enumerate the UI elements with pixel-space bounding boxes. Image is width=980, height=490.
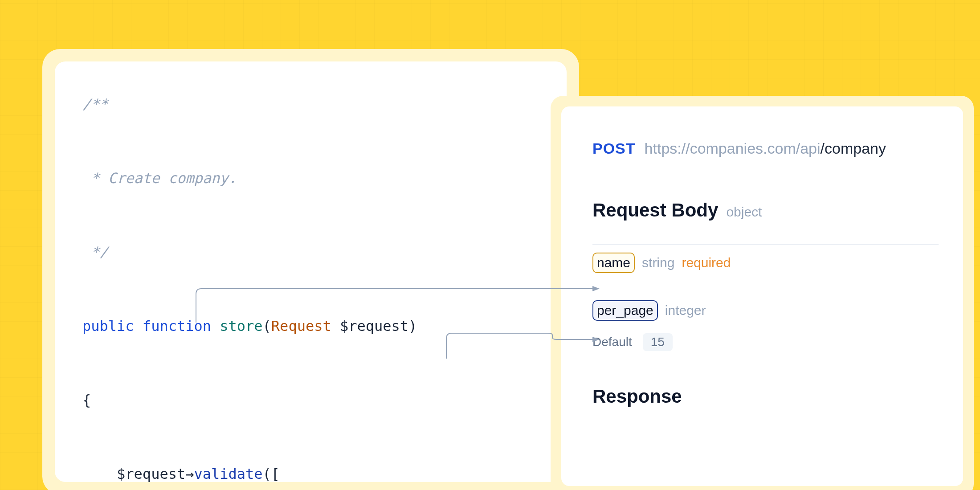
docs-card: POST https://companies.com/api/company R… <box>561 106 963 486</box>
doc-line: * Create company. <box>82 170 237 187</box>
code-card-container: /** * Create company. */ public function… <box>42 49 579 490</box>
default-label: Default <box>592 335 632 349</box>
var-request-1: $request <box>117 466 185 482</box>
method-validate: validate <box>194 466 262 482</box>
url-base: https://companies.com/api <box>645 140 821 157</box>
request-body-heading: Request Body object <box>592 200 939 221</box>
default-value-badge: 15 <box>643 333 673 351</box>
bracket-open: ([ <box>263 466 280 482</box>
brace-open: { <box>82 392 91 408</box>
kw-public: public <box>82 318 134 335</box>
request-body-title: Request Body <box>592 200 718 221</box>
http-method-badge: POST <box>592 140 636 157</box>
default-row: Default 15 <box>592 333 939 351</box>
param-type: Request <box>271 318 331 335</box>
code-block: /** * Create company. */ public function… <box>82 86 539 482</box>
url-path: /company <box>821 140 886 157</box>
param-name-type: string <box>642 255 674 270</box>
response-heading: Response <box>592 386 939 407</box>
param-request: $request <box>340 318 408 335</box>
fn-store: store <box>220 318 262 335</box>
arrow-1: → <box>185 466 194 482</box>
docs-card-container: POST https://companies.com/api/company R… <box>551 96 974 490</box>
paren-open: ( <box>263 318 271 335</box>
endpoint-row: POST https://companies.com/api/company <box>592 140 939 157</box>
code-card: /** * Create company. */ public function… <box>55 61 567 482</box>
paren-close: ) <box>408 318 417 335</box>
endpoint-url: https://companies.com/api/company <box>645 140 886 157</box>
param-name-pill[interactable]: name <box>592 253 635 273</box>
param-row-name: name string required <box>592 244 939 273</box>
param-perpage-type: integer <box>665 303 706 318</box>
doc-open: /** <box>82 96 108 113</box>
param-row-perpage: per_page integer <box>592 292 939 321</box>
param-perpage-pill[interactable]: per_page <box>592 300 658 321</box>
doc-close: */ <box>82 244 108 261</box>
kw-function: function <box>143 318 211 335</box>
param-name-required: required <box>682 255 731 270</box>
request-body-type: object <box>726 204 762 220</box>
